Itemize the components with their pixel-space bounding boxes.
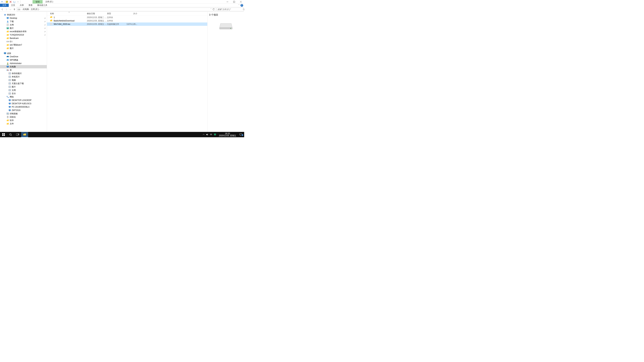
tree-library-item[interactable]: 保存的图片: [0, 72, 47, 75]
tree-label: G:\: [10, 40, 12, 43]
tree-network-item[interactable]: DESKTOP-LSSOEDP: [0, 98, 47, 102]
column-size[interactable]: 大小: [124, 12, 137, 15]
tree-files-folder[interactable]: 文件: [0, 122, 47, 125]
maximize-button[interactable]: [231, 0, 238, 3]
tree-library-item[interactable]: 图片: [0, 85, 47, 88]
navigation-bar: › 此电脑 › 文档 (E:) › ˅: [0, 7, 244, 12]
chevron-right-icon[interactable]: ›: [30, 8, 30, 10]
user-icon: [6, 62, 9, 65]
ribbon-tab-view[interactable]: 查看: [26, 4, 35, 7]
close-button[interactable]: [238, 0, 244, 3]
address-bar[interactable]: › 此电脑 › 文档 (E:) › ˅: [17, 7, 216, 11]
ribbon-tab-share[interactable]: 共享: [18, 4, 26, 7]
tree-quick-access[interactable]: 快速访问: [0, 13, 47, 16]
tree-this-pc[interactable]: 此电脑: [0, 65, 47, 68]
tree-label: DESKTOP-LSSOEDP: [12, 99, 32, 101]
tree-desktop-group[interactable]: 桌面: [0, 52, 47, 55]
tree-network-item[interactable]: ZMT2019: [0, 109, 47, 112]
column-name[interactable]: 名称▲: [50, 12, 87, 15]
forward-button[interactable]: [5, 8, 8, 11]
refresh-icon[interactable]: [212, 8, 215, 10]
tree-onedrive[interactable]: OneDrive: [0, 55, 47, 58]
manage-context-tab[interactable]: 管理: [32, 0, 42, 3]
search-input[interactable]: [218, 8, 243, 10]
tree-wps[interactable]: WPS网盘: [0, 58, 47, 62]
minimize-button[interactable]: [224, 0, 231, 3]
ime-indicator[interactable]: 中: [210, 133, 212, 136]
tree-library-item[interactable]: 音乐: [0, 92, 47, 95]
qat-properties-icon[interactable]: [5, 0, 8, 3]
desktop-icon: [4, 52, 6, 55]
ribbon-tab-drive-tools[interactable]: 驱动器工具: [35, 4, 50, 7]
tree-quick-item[interactable]: 图片⚲: [0, 26, 47, 30]
tree-quick-item[interactable]: excel表格制作求和⚲: [0, 30, 47, 33]
chevron-right-icon[interactable]: ›: [22, 8, 22, 10]
pin-icon: ⚲: [44, 34, 46, 36]
tree-quick-item[interactable]: YUNQISHI2019⚲: [0, 33, 47, 36]
column-type[interactable]: 类型: [107, 12, 124, 15]
search-icon[interactable]: [243, 8, 245, 10]
tree-label: Desktop: [10, 17, 17, 19]
tree-quick-item[interactable]: G:\: [0, 40, 47, 43]
volume-icon[interactable]: [206, 133, 208, 136]
tree-software-folder[interactable]: 软件: [0, 119, 47, 122]
file-date: 2020/12/25, 星期五 1...: [87, 19, 107, 22]
action-center-button[interactable]: 3: [239, 133, 243, 136]
tree-quick-item[interactable]: Desktop⚲: [0, 16, 47, 20]
qat-dropdown-icon[interactable]: [16, 0, 20, 3]
tree-quick-item[interactable]: Bandicam: [0, 36, 47, 40]
ribbon-tab-home[interactable]: 主页: [9, 4, 18, 7]
task-view-button[interactable]: [14, 132, 21, 137]
tree-library-item[interactable]: 天翼云盘下载: [0, 82, 47, 85]
tree-control-panel[interactable]: 控制面板: [0, 112, 47, 115]
tree-user[interactable]: Administrator: [0, 62, 47, 65]
qat-app-icon[interactable]: [0, 0, 4, 3]
tree-library[interactable]: 库: [0, 68, 47, 72]
start-button[interactable]: [0, 132, 7, 137]
tree-quick-item[interactable]: 下载⚲: [0, 20, 47, 23]
tree-quick-item[interactable]: 文档⚲: [0, 23, 47, 26]
file-list[interactable]: 12020/12/15, 星期二 1...文件夹BaiduNetdiskDown…: [47, 16, 207, 134]
tree-quick-item[interactable]: win7重装win7: [0, 43, 47, 46]
tree-label: 文档: [12, 89, 16, 92]
computer-icon: [8, 106, 11, 108]
clock[interactable]: 16:32 2020/12/25, 星期五: [218, 133, 237, 137]
tree-library-item[interactable]: 视频: [0, 78, 47, 82]
back-button[interactable]: [1, 8, 4, 11]
svg-rect-55: [18, 133, 19, 134]
search-box[interactable]: [217, 7, 244, 11]
qat-undo-icon[interactable]: [12, 0, 16, 3]
ribbon-tab-file[interactable]: 文件: [0, 4, 9, 7]
ribbon-collapse-icon[interactable]: ˅: [238, 4, 240, 6]
desktop-icon: [6, 17, 9, 19]
file-row[interactable]: Win7x64_2020.iso2020/12/25, 星期五 1...光盘映像…: [47, 22, 207, 26]
column-date[interactable]: 修改日期: [87, 12, 107, 15]
tree-quick-item[interactable]: 图片: [0, 46, 47, 50]
tree-library-item[interactable]: 本机照片: [0, 75, 47, 78]
tray-app-icon[interactable]: [214, 133, 216, 136]
recent-locations-icon[interactable]: [9, 8, 12, 11]
file-row[interactable]: BaiduNetdiskDownload2020/12/25, 星期五 1...…: [47, 19, 207, 22]
tree-network[interactable]: 网络: [0, 95, 47, 98]
navigation-tree[interactable]: 快速访问 Desktop⚲下载⚲文档⚲图片⚲excel表格制作求和⚲YUNQIS…: [0, 12, 47, 134]
help-icon[interactable]: ?: [240, 4, 243, 7]
chevron-right-icon[interactable]: ›: [39, 8, 40, 10]
breadcrumb-root[interactable]: 此电脑: [23, 8, 29, 11]
tree-network-item[interactable]: PC-20190530OBLA: [0, 105, 47, 109]
tray-overflow-icon[interactable]: [203, 134, 204, 135]
qat-delete-icon[interactable]: [9, 0, 12, 3]
up-button[interactable]: [13, 8, 16, 11]
tree-recycle-bin[interactable]: 回收站: [0, 115, 47, 119]
taskbar-search-button[interactable]: [7, 132, 14, 137]
breadcrumb-location[interactable]: 文档 (E:): [31, 8, 39, 11]
tree-library-item[interactable]: 文档: [0, 88, 47, 92]
taskbar-explorer-button[interactable]: [21, 132, 28, 137]
qat-separator: [4, 0, 4, 3]
tree-label: OneDrive: [10, 55, 18, 58]
file-name: Win7x64_2020.iso: [54, 23, 87, 25]
tree-network-item[interactable]: DESKTOP-NJEU3CG: [0, 102, 47, 105]
address-dropdown-icon[interactable]: ˅: [210, 8, 212, 10]
file-type: 文件夹: [107, 16, 124, 19]
svg-point-14: [7, 62, 8, 63]
file-row[interactable]: 12020/12/15, 星期二 1...文件夹: [47, 16, 207, 19]
